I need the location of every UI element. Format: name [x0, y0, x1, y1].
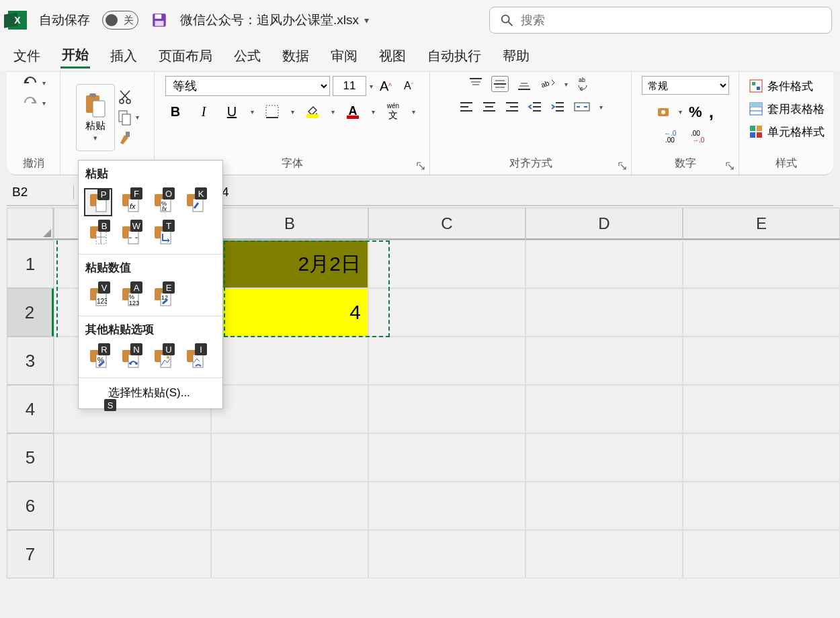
cell-E7[interactable] [683, 530, 840, 578]
border-icon[interactable] [262, 103, 282, 120]
cell-D2[interactable] [526, 288, 683, 337]
align-bottom-icon[interactable] [517, 77, 532, 91]
fill-color-dropdown-icon[interactable]: ▾ [331, 108, 335, 116]
decrease-font-icon[interactable]: Aˇ [398, 77, 419, 95]
cell-D4[interactable] [526, 385, 683, 433]
paste-dropdown-icon[interactable]: ▾ [93, 134, 97, 142]
tab-page-layout[interactable]: 页面布局 [157, 44, 214, 68]
comma-icon[interactable]: , [709, 101, 714, 122]
orientation-icon[interactable]: ab [540, 77, 556, 91]
paste-button[interactable]: 粘贴 ▾ [76, 84, 115, 151]
row-header-1[interactable]: 1 [7, 240, 54, 288]
search-box[interactable] [489, 7, 832, 34]
cell-A6[interactable] [54, 482, 211, 530]
tab-review[interactable]: 审阅 [329, 44, 359, 68]
font-dialog-launcher-icon[interactable] [416, 161, 425, 171]
cell-C3[interactable] [368, 337, 526, 385]
cell-E3[interactable] [683, 337, 840, 385]
row-header-6[interactable]: 6 [7, 482, 54, 530]
paste-linked-picture-button[interactable]: I [181, 344, 209, 372]
cell-D6[interactable] [526, 482, 683, 530]
paste-special-button[interactable]: 选择性粘贴(S)... S [79, 378, 222, 408]
paste-formulas-number-button[interactable]: %fx O [149, 188, 177, 216]
decrease-indent-icon[interactable] [528, 101, 542, 113]
paste-values-source-button[interactable]: 12 E [149, 282, 177, 310]
alignment-dialog-launcher-icon[interactable] [618, 161, 627, 171]
table-format-button[interactable]: 套用表格格 [749, 99, 825, 119]
save-icon[interactable] [151, 11, 168, 29]
font-color-dropdown-icon[interactable]: ▾ [372, 108, 375, 116]
tab-automate[interactable]: 自动执行 [426, 44, 482, 68]
copy-dropdown-icon[interactable]: ▾ [136, 114, 139, 121]
font-size-input[interactable] [333, 76, 366, 96]
cell-D7[interactable] [526, 530, 683, 578]
cell-B6[interactable] [211, 482, 368, 530]
cell-C2[interactable] [368, 288, 526, 337]
align-top-icon[interactable] [468, 77, 483, 91]
col-header-C[interactable]: C [368, 208, 526, 240]
paste-transpose-button[interactable]: T [149, 220, 177, 249]
align-left-icon[interactable] [459, 101, 474, 113]
cell-C5[interactable] [368, 433, 526, 482]
col-header-E[interactable]: E [683, 208, 840, 240]
cell-D1[interactable] [526, 240, 683, 288]
cell-styles-button[interactable]: 单元格样式 [749, 122, 825, 142]
format-painter-icon[interactable] [118, 130, 132, 146]
redo-icon[interactable] [22, 96, 39, 109]
font-color-icon[interactable]: A [343, 103, 363, 120]
align-center-icon[interactable] [482, 101, 497, 113]
cell-B3[interactable] [211, 337, 368, 385]
row-header-5[interactable]: 5 [7, 433, 54, 482]
copy-icon[interactable] [118, 109, 132, 126]
tab-data[interactable]: 数据 [281, 44, 310, 68]
search-input[interactable] [521, 13, 822, 28]
paste-keep-col-width-button[interactable]: W [116, 220, 144, 249]
row-header-2[interactable]: 2 [7, 288, 54, 337]
increase-decimal-icon[interactable]: ←.0.00 [664, 129, 680, 142]
undo-dropdown-icon[interactable]: ▾ [42, 79, 46, 87]
conditional-format-button[interactable]: 条件格式 [749, 76, 813, 96]
cell-C1[interactable] [368, 240, 526, 288]
autosave-toggle[interactable]: 关 [102, 11, 138, 30]
bold-button[interactable]: B [165, 103, 185, 120]
cell-E5[interactable] [683, 433, 840, 482]
paste-formatting-button[interactable]: % R [84, 344, 112, 372]
cell-A5[interactable] [54, 433, 211, 482]
italic-button[interactable]: I [194, 103, 214, 120]
wrap-text-icon[interactable]: abc [576, 76, 593, 92]
paste-values-button[interactable]: 123 V [84, 282, 112, 310]
col-header-D[interactable]: D [526, 208, 683, 240]
cell-C4[interactable] [368, 385, 526, 433]
row-header-4[interactable]: 4 [7, 385, 54, 433]
cell-D3[interactable] [526, 337, 683, 385]
row-header-3[interactable]: 3 [7, 337, 54, 385]
font-name-select[interactable]: 等线 [165, 76, 330, 96]
underline-dropdown-icon[interactable]: ▾ [251, 108, 254, 116]
phonetic-dropdown-icon[interactable]: ▾ [412, 108, 415, 116]
cell-B7[interactable] [211, 530, 368, 578]
percent-icon[interactable]: % [689, 103, 702, 121]
cell-A7[interactable] [54, 530, 211, 578]
cell-D5[interactable] [526, 433, 683, 482]
decrease-decimal-icon[interactable]: .00→.0 [691, 129, 707, 142]
cell-E4[interactable] [683, 385, 840, 433]
cell-E6[interactable] [683, 482, 840, 530]
undo-icon[interactable] [22, 76, 39, 89]
align-middle-icon[interactable] [493, 77, 507, 91]
border-dropdown-icon[interactable]: ▾ [291, 108, 294, 116]
cut-icon[interactable] [118, 89, 132, 105]
cell-B5[interactable] [211, 433, 368, 482]
paste-values-number-button[interactable]: %123 A [116, 282, 144, 310]
tab-help[interactable]: 帮助 [501, 44, 531, 68]
phonetic-icon[interactable]: wén文 [383, 103, 403, 120]
merge-dropdown-icon[interactable]: ▾ [599, 103, 603, 111]
paste-link-button[interactable]: N [116, 344, 144, 372]
paste-no-border-button[interactable]: B [84, 220, 112, 249]
row-header-7[interactable]: 7 [7, 530, 54, 578]
increase-font-icon[interactable]: A^ [376, 77, 396, 95]
col-header-B[interactable]: B [211, 208, 368, 240]
cell-E2[interactable] [683, 288, 840, 337]
paste-all-button[interactable]: P [84, 188, 112, 216]
number-dialog-launcher-icon[interactable] [725, 161, 734, 171]
fill-color-icon[interactable] [302, 103, 323, 120]
